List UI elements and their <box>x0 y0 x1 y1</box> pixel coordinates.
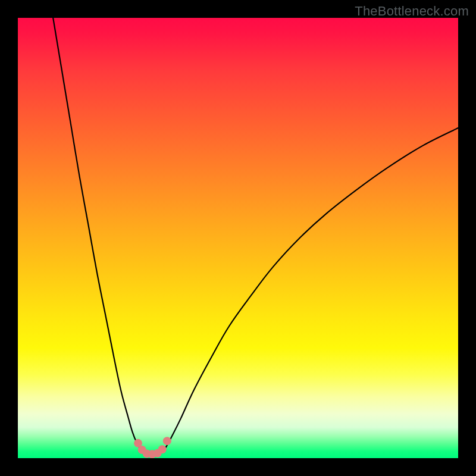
curve-right-branch <box>166 128 458 447</box>
watermark-text: TheBottleneck.com <box>355 4 469 19</box>
plot-area <box>18 18 458 458</box>
curve-left-branch <box>53 18 140 449</box>
chart-svg <box>18 18 458 458</box>
chart-container: TheBottleneck.com <box>0 0 476 476</box>
valley-marker <box>163 437 171 445</box>
valley-marker <box>158 445 167 453</box>
valley-marker-group <box>134 437 171 458</box>
